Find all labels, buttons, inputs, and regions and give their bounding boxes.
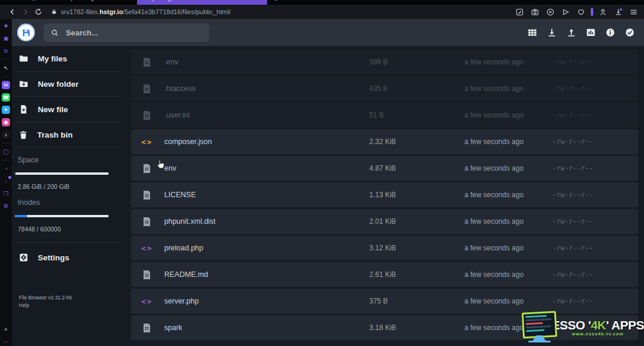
file-row[interactable]: .user.ini51 Ba few seconds ago-rw-r--r-- [131,103,638,128]
telegram-icon[interactable]: ✈ [2,106,10,114]
inodes-usage: 78448 / 600000 [18,226,128,233]
file-size: 3.18 KiB [369,324,464,332]
camera-icon[interactable] [529,6,541,18]
sidebar-item-new-folder[interactable]: New folder [12,71,128,96]
url-bar[interactable]: srv1782-files.hstgr.io/5efa41e3b7718d16/… [51,8,514,15]
shell-icon[interactable] [585,27,597,38]
settings-strip-icon[interactable]: ⚙ [2,202,10,210]
select-icon[interactable] [624,27,636,38]
filebrowser-logo-icon[interactable] [17,24,35,41]
strip-divider [2,160,9,161]
search-box[interactable] [44,24,209,42]
file-row[interactable]: LICENSE1.13 KiBa few seconds ago-rw-r--r… [131,182,638,207]
file-modified: a few seconds ago [464,244,552,252]
more-strip-icon[interactable]: ⋯ [2,338,10,346]
file-permissions: -rw-r--r-- [552,217,638,226]
url-text: srv1782-files.hstgr.io/5efa41e3b7718d16/… [61,8,230,15]
file-row[interactable]: <>composer.json2.32 KiBa few seconds ago… [131,129,638,154]
messenger-icon[interactable]: ✉ [2,81,10,89]
upload-icon[interactable] [565,27,577,38]
file-row[interactable]: phpunit.xml.dist2.01 KiBa few seconds ag… [131,209,638,234]
close-strip-icon[interactable]: × [2,325,10,334]
file-size: 386 B [369,58,464,66]
downloads-strip-icon[interactable]: ↓ [2,177,10,185]
space-progress-fill [15,172,16,175]
file-row[interactable]: .env386 Ba few seconds ago-rw-r--r-- [131,50,638,74]
inodes-progress-bar [15,215,109,217]
file-modified: a few seconds ago [464,297,552,305]
downloads-icon[interactable] [613,6,624,18]
browser-tab[interactable]: public_html - Files - File B... [137,0,267,5]
file-row[interactable]: <>preload.php3.12 KiBa few seconds ago-r… [131,236,638,260]
file-permissions: -rw-r--r-- [552,164,638,172]
player-icon[interactable]: ◯ [2,148,10,156]
tiktok-icon[interactable]: ♪ [2,130,10,139]
browser-action-icons [514,6,644,18]
vpn-off-icon[interactable] [545,6,556,18]
file-icon [141,57,152,68]
folder-plus-icon [18,79,29,89]
file-size: 375 B [369,297,464,305]
mouse-cursor [155,159,165,173]
file-icon [141,322,152,334]
screenshot-icon[interactable] [514,6,525,18]
file-permissions: -rw-r--r-- [552,138,638,146]
help-link[interactable]: Help [19,302,72,309]
trash-icon [18,130,28,140]
file-row[interactable]: .htaccess435 Ba few seconds ago-rw-r--r-… [131,76,638,101]
search-input[interactable] [64,28,202,38]
extensions-icon[interactable]: ❒ [2,190,10,198]
inodes-progress-fill [15,215,27,217]
file-row[interactable]: env4.87 KiBa few seconds ago-rw-r--r-- [131,156,638,181]
watermark: ESSO '4K' APPS www.esso4k-tv.com [519,311,644,344]
file-size: 4.87 KiB [369,164,464,172]
info-icon[interactable] [604,27,616,38]
panels-icon[interactable]: ▣ [2,34,10,43]
workspace-icon[interactable]: ❖ [2,22,10,30]
sidebar-item-label: Trash bin [37,130,73,139]
forward-icon[interactable] [19,6,32,18]
favorites-heart-icon[interactable] [575,6,587,18]
file-size: 435 B [369,84,464,93]
space-usage: 2.86 GiB / 200 GiB [18,183,128,190]
sidebar-item-label: New folder [38,80,79,89]
browser-tab[interactable]: Yes Purchase... [267,0,379,5]
back-icon[interactable] [6,6,19,18]
space-progress-bar [15,172,109,175]
file-row[interactable]: README.md2.61 KiBa few seconds ago-rw-r-… [131,262,638,287]
code-icon: <> [141,244,153,253]
reload-icon[interactable] [32,6,45,18]
file-name: LICENSE [164,191,369,199]
history-icon[interactable]: ◔ [2,165,10,173]
file-icon [141,83,152,94]
tab-favicon [31,0,37,1]
browser-tab[interactable]: Dashboard | Hostinger [25,0,137,5]
lock-icon [51,8,57,15]
watermark-brand: ESSO '4K' APPS [552,318,644,332]
strip-divider [2,59,9,60]
whatsapp-icon[interactable]: ☎ [2,93,10,102]
send-icon[interactable] [560,6,571,18]
file-name: spark [164,324,369,332]
download-icon[interactable] [546,27,558,38]
file-size: 2.32 KiB [369,138,464,146]
file-name: phpunit.xml.dist [164,217,369,226]
view-grid-icon[interactable] [526,27,538,38]
file-permissions: -rw-r--r-- [552,270,638,279]
file-plus-icon [18,104,29,115]
chat-icon[interactable]: ◘ [2,47,10,55]
file-modified: a few seconds ago [464,191,552,199]
sidebar-item-settings[interactable]: Settings [12,245,128,270]
file-size: 1.13 KiB [369,191,464,199]
file-permissions: -rw-r--r-- [552,111,638,119]
sidebar-item-trash-bin[interactable]: Trash bin [12,122,128,147]
instagram-icon[interactable]: ◉ [2,118,10,126]
menu-icon[interactable] [628,6,639,18]
file-row[interactable]: <>server.php375 Ba few seconds ago-rw-r-… [131,289,638,314]
pointer-icon[interactable]: ↖ [2,64,10,72]
profile-icon[interactable] [597,6,609,18]
settings-label: Settings [38,253,69,262]
file-permissions: -rw-r--r-- [552,297,638,305]
sidebar-item-new-file[interactable]: New file [12,97,128,122]
sidebar-item-my-files[interactable]: My files [12,46,128,71]
